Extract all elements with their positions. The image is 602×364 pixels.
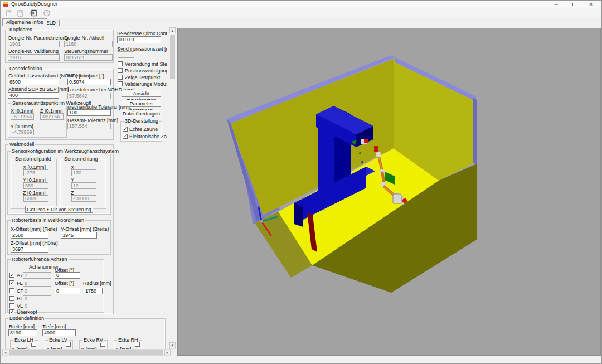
ct-checkbox[interactable] [9,288,14,293]
xoffset-label: X-Offset [mm] (Tiefe) [11,226,57,232]
ip-label: IP-Adresse Qirox Controller [117,31,167,36]
nullpunkt-x-input: -278 [23,169,48,176]
toolbar-separator [40,9,40,17]
import-icon [29,9,37,17]
lasertoleranz-nohd-input: 57.5642 [67,93,111,99]
transfer-button[interactable] [27,9,38,18]
nohd-input[interactable]: 6500 [8,79,59,85]
horizontal-scroll-thumb[interactable] [9,350,163,355]
group-ecke-lv-title: Ecke LV [48,338,69,343]
positionsverfolgung-label: Positionsverfolgung [125,68,167,74]
flgl-achsnummer-input: 8 [23,280,51,287]
zeige-testpunkt-label: Zeige Testpunkt [125,75,160,80]
scroll-down-icon[interactable]: ▼ [169,342,176,348]
vl-achsnummer-input: 0 [23,303,51,309]
green-dot-marker [359,152,361,154]
group-laserdefinition-title: Laserdefinition [8,66,43,71]
a7-offset-input[interactable]: 0 [55,272,80,279]
3d-scene[interactable] [178,28,600,355]
window-title: QiroxSafetyDesigner [11,1,57,7]
scroll-up-icon[interactable]: ▲ [169,27,176,33]
ct-radius-input[interactable]: 1750 [84,288,103,294]
zoffset-input[interactable]: 3697 [11,246,48,253]
group-kopfdaten-title: Kopfdaten [8,27,33,32]
ueberkopf-checkbox[interactable] [9,309,14,314]
panel-horizontal-scrollbar[interactable]: ◄ ► [2,349,171,356]
ct-offset-input[interactable]: 0 [55,288,80,294]
ip-input[interactable]: 0.0.0.0 [117,36,161,43]
minimize-button[interactable]: – [550,1,562,8]
hl-checkbox[interactable] [9,296,14,301]
sync-input [118,51,134,58]
app-icon [3,2,8,7]
3d-viewport[interactable] [177,28,601,356]
tab-allgemeine-infos[interactable]: Allgemeine Infos [2,18,47,26]
parameter-bestaetigen-button[interactable]: Parameter bestätigen [122,100,161,107]
echte-zaeune-checkbox[interactable] [123,127,128,132]
validierungs-modus-checkbox[interactable] [118,81,123,86]
mech-toleranz-input[interactable]: 100 [67,109,111,116]
right-wall-edge-rim [473,98,477,164]
group-sensorrichtung-title: Sensorrichtung [63,157,99,162]
end-effector [393,194,401,203]
ueberkopf-label: Überkopf [17,309,37,315]
dongle-validierung-input: 1916 [8,54,60,61]
title-bar[interactable]: QiroxSafetyDesigner – ✕ [1,1,601,8]
a7-achsnummer-input: 7 [23,272,51,279]
group-ecke-lh-title: Ecke LH [13,338,35,343]
svg-text:?: ? [46,11,48,15]
save-icon [17,9,25,17]
echte-zaeune-label: Echte Zäune [129,127,158,132]
vertical-scroll-thumb[interactable] [170,35,175,79]
help-button[interactable]: ? [41,9,52,18]
ct-radius-label: Radius [mm] [83,280,111,286]
group-sensornullpunkt-title: Sensornullpunkt [14,157,52,162]
group-ecke-rv-title: Ecke RV [82,338,104,343]
richtung-x-input: 130 [71,169,96,176]
panel-vertical-scrollbar[interactable]: ▲ ▼ [169,27,176,349]
a7-checkbox[interactable] [9,273,14,278]
group-sensoraustrittspunkt-title: Sensoraustrittspunkt im Werkzeugfl [11,101,92,106]
group-ecke-rh-title: Ecke RH [117,338,139,343]
dongle-parametrierung-input: 1901 [8,41,60,47]
tiefe-label: Tiefe [mm] [42,324,66,329]
red-marker-block [364,139,368,143]
ct-achsnummer-input: 0 [23,288,51,294]
xoffset-input[interactable]: 2580 [11,232,48,239]
sensor-y-input: -4.79959 [11,129,34,135]
tab-bar: Allgemeine Infos iCSELD [1,18,601,26]
positionsverfolgung-checkbox[interactable] [118,68,123,73]
validierungs-modus-label: Validierungs Modus [125,81,167,87]
a7-label: A7 [17,273,23,278]
vl-checkbox[interactable] [9,303,14,308]
verbindung-checkbox[interactable] [118,61,123,66]
nullpunkt-y-input: 389 [23,182,48,189]
datei-uebertragen-button[interactable]: Datei übertragen [122,110,161,117]
sensor-z-input: 3999.56 [40,113,64,120]
open-button [3,9,14,18]
parameter-panel: Kopfdaten Dongle-Nr. Parametrierung Dong… [1,26,167,349]
close-button[interactable]: ✕ [585,1,597,8]
hl-label: HL [17,296,23,302]
get-pos-dir-button[interactable]: Get Pos + Dir von Steuerung [25,206,93,213]
zoffset-label: Z-Offset [mm] (Höhe) [11,240,58,246]
flgl-checkbox[interactable] [9,280,14,285]
blue-dot-marker [361,161,363,163]
zeige-testpunkt-checkbox[interactable] [118,75,123,80]
group-sensorkonfiguration-title: Sensorkonfiguration im Werkzeugflanschsy… [11,149,120,154]
restore-button[interactable] [568,1,580,8]
lasertoleranz-input[interactable]: 0.5074 [67,79,111,85]
lasertoleranz-label: Lasertoleranz [°] [67,73,104,79]
scroll-right-icon[interactable]: ► [164,350,171,355]
breite-input[interactable]: 8190 [8,329,37,336]
ansicht-zuruecksetzen-button[interactable]: Ansicht zurücksetzen [122,90,161,97]
open-icon [4,9,12,17]
tiefe-input[interactable]: 4900 [42,329,76,336]
scroll-left-icon[interactable]: ◄ [2,350,8,355]
scp-sep-input[interactable]: 400 [8,92,59,99]
group-roboterbasis-title: Roboterbasis in Weltkoordinaten [11,218,85,223]
yoffset-label: Y-Offset [mm] (Breite) [61,226,109,232]
save-button [15,9,26,18]
yoffset-input[interactable]: 3945 [61,232,97,239]
elektronische-zaeune-checkbox[interactable] [123,134,128,139]
